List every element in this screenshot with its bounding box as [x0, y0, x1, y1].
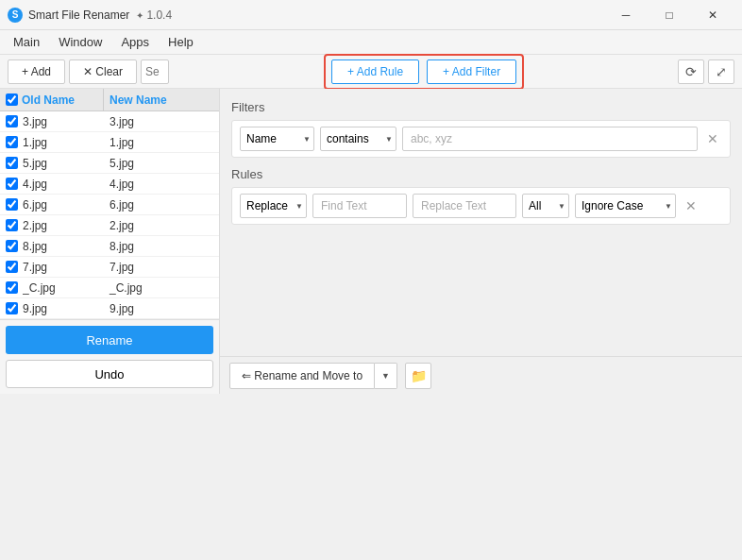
rule-row: Replace Insert Remove Trim All First Las…	[231, 187, 731, 225]
rename-move-button[interactable]: ⇐ Rename and Move to	[229, 363, 375, 389]
filter-type-select[interactable]: Name Size Date Extension	[240, 127, 314, 151]
scope-select[interactable]: All First Last	[522, 194, 569, 218]
table-row: 2.jpg 2.jpg	[0, 215, 219, 236]
toolbar: + Add ✕ Clear + Add Rule + Add Filter ⟳ …	[0, 55, 742, 89]
add-filter-button[interactable]: + Add Filter	[427, 59, 516, 84]
minimize-button[interactable]: ─	[604, 0, 648, 30]
close-button[interactable]: ✕	[691, 0, 734, 30]
main-content: Old Name New Name 3.jpg 3.jpg 1.jpg 1.jp…	[0, 89, 742, 394]
file-checkbox-4[interactable]	[0, 198, 23, 211]
rules-section: Rules Replace Insert Remove Trim	[231, 167, 731, 225]
add-rule-filter-area: + Add Rule + Add Filter	[324, 54, 524, 90]
file-list-panel: Old Name New Name 3.jpg 3.jpg 1.jpg 1.jp…	[0, 89, 220, 394]
col-old-name-header: Old Name	[0, 89, 104, 110]
window-controls: ─ □ ✕	[604, 0, 734, 30]
undo-button[interactable]: Undo	[6, 360, 213, 388]
file-old-name-9: 9.jpg	[23, 302, 104, 315]
file-new-name-5: 2.jpg	[104, 219, 219, 232]
table-row: 1.jpg 1.jpg	[0, 132, 219, 153]
file-old-name-0: 3.jpg	[23, 115, 104, 128]
rename-move-dropdown[interactable]: ▼	[375, 363, 397, 389]
file-checkbox-8[interactable]	[0, 281, 23, 294]
filters-label: Filters	[231, 100, 731, 114]
case-select[interactable]: Ignore Case Case Sensitive	[575, 194, 676, 218]
menu-main[interactable]: Main	[4, 33, 49, 51]
rules-label: Rules	[231, 167, 731, 181]
rename-move-group: ⇐ Rename and Move to ▼	[229, 363, 397, 389]
table-row: 6.jpg 6.jpg	[0, 195, 219, 215]
select-all-checkbox[interactable]	[6, 93, 18, 106]
file-checkbox-7[interactable]	[0, 261, 23, 273]
file-old-name-6: 8.jpg	[23, 240, 104, 253]
file-old-name-8: _C.jpg	[23, 281, 104, 295]
find-text-input[interactable]	[312, 194, 407, 218]
app-icon: S	[8, 8, 23, 23]
file-new-name-7: 7.jpg	[104, 261, 219, 274]
rename-button[interactable]: Rename	[6, 326, 213, 354]
rules-filters-area: Filters Name Size Date Extension contain…	[220, 89, 742, 356]
file-checkbox-6[interactable]	[0, 240, 23, 252]
rule-type-wrapper: Replace Insert Remove Trim	[240, 194, 307, 218]
title-bar: S Smart File Renamer ✦ 1.0.4 ─ □ ✕	[0, 0, 742, 30]
file-new-name-1: 1.jpg	[104, 136, 219, 149]
filter-row: Name Size Date Extension contains starts…	[231, 120, 731, 158]
folder-icon: 📁	[411, 368, 427, 383]
rule-remove-button[interactable]: ✕	[682, 196, 700, 215]
menu-bar: Main Window Apps Help	[0, 30, 742, 55]
bottom-bar: ⇐ Rename and Move to ▼ 📁	[220, 356, 742, 394]
file-new-name-0: 3.jpg	[104, 115, 219, 128]
table-row: _C.jpg _C.jpg	[0, 278, 219, 298]
table-row: 8.jpg 8.jpg	[0, 236, 219, 257]
maximize-button[interactable]: □	[648, 0, 691, 30]
file-list-body: 3.jpg 3.jpg 1.jpg 1.jpg 5.jpg 5.jpg 4.jp…	[0, 111, 219, 319]
file-list-header: Old Name New Name	[0, 89, 219, 111]
right-panel: Filters Name Size Date Extension contain…	[220, 89, 742, 394]
clear-button[interactable]: ✕ Clear	[69, 59, 137, 84]
table-row: 3.jpg 3.jpg	[0, 111, 219, 132]
table-row: 7.jpg 7.jpg	[0, 257, 219, 278]
file-list-footer: Rename	[0, 319, 219, 360]
file-checkbox-1[interactable]	[0, 136, 23, 148]
app-version-badge: ✦ 1.0.4	[136, 8, 172, 22]
file-old-name-3: 4.jpg	[23, 178, 104, 191]
filter-type-wrapper: Name Size Date Extension	[240, 127, 314, 151]
file-old-name-5: 2.jpg	[23, 219, 104, 232]
filter-value-input[interactable]	[402, 127, 698, 151]
file-checkbox-5[interactable]	[0, 219, 23, 231]
filters-section: Filters Name Size Date Extension contain…	[231, 100, 731, 158]
file-new-name-4: 6.jpg	[104, 198, 219, 212]
add-rule-button[interactable]: + Add Rule	[331, 59, 419, 84]
file-new-name-9: 9.jpg	[104, 302, 219, 315]
case-wrapper: Ignore Case Case Sensitive	[575, 194, 676, 218]
menu-help[interactable]: Help	[159, 33, 203, 51]
app-title: Smart File Renamer ✦ 1.0.4	[28, 8, 604, 22]
table-row: 4.jpg 4.jpg	[0, 174, 219, 195]
file-checkbox-9[interactable]	[0, 302, 23, 314]
file-checkbox-3[interactable]	[0, 178, 23, 190]
menu-window[interactable]: Window	[49, 33, 111, 51]
file-new-name-8: _C.jpg	[104, 281, 219, 295]
filter-remove-button[interactable]: ✕	[703, 129, 722, 148]
replace-text-input[interactable]	[413, 194, 516, 218]
file-new-name-3: 4.jpg	[104, 178, 219, 191]
file-old-name-4: 6.jpg	[23, 198, 104, 212]
file-checkbox-0[interactable]	[0, 115, 23, 127]
file-old-name-2: 5.jpg	[23, 157, 104, 170]
rule-type-select[interactable]: Replace Insert Remove Trim	[240, 194, 307, 218]
search-input[interactable]	[141, 59, 169, 84]
file-new-name-2: 5.jpg	[104, 157, 219, 170]
table-row: 5.jpg 5.jpg	[0, 153, 219, 174]
menu-apps[interactable]: Apps	[111, 33, 159, 51]
file-old-name-1: 1.jpg	[23, 136, 104, 149]
toolbar-icon-btn-1[interactable]: ⟳	[678, 59, 704, 84]
folder-button[interactable]: 📁	[405, 363, 431, 389]
file-new-name-6: 8.jpg	[104, 240, 219, 253]
file-checkbox-2[interactable]	[0, 157, 23, 169]
col-new-name-header: New Name	[104, 89, 219, 110]
filter-condition-select[interactable]: contains starts with ends with equals	[320, 127, 396, 151]
add-button[interactable]: + Add	[8, 59, 65, 84]
toolbar-right: ⟳ ⤢	[678, 59, 734, 84]
filter-condition-wrapper: contains starts with ends with equals	[320, 127, 396, 151]
file-old-name-7: 7.jpg	[23, 261, 104, 274]
toolbar-icon-btn-2[interactable]: ⤢	[708, 59, 734, 84]
